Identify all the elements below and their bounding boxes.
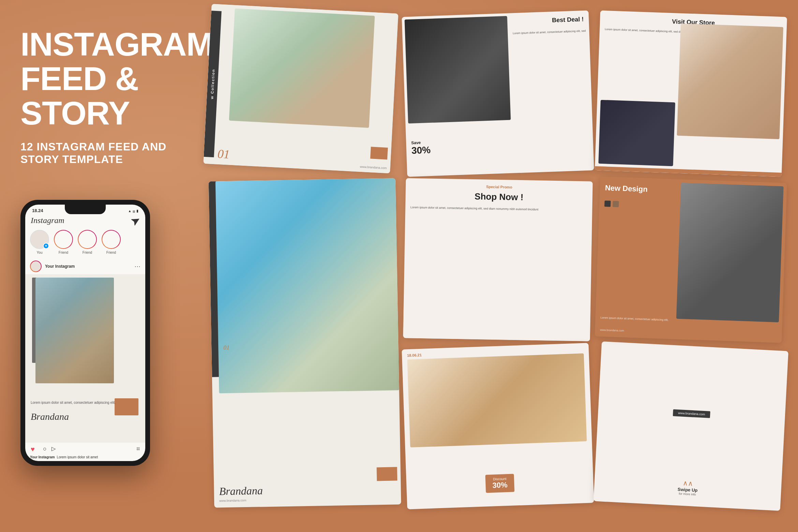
template-card-5: Special Promo Shop Now ! Lorem ipsum dol… <box>403 178 593 342</box>
card-1-number: 01 <box>217 147 230 162</box>
card-9-photo <box>676 183 784 322</box>
stories-row: + You Friend Friend Friend <box>25 228 145 258</box>
card-5-wave <box>403 274 591 341</box>
card-3-photo-main <box>677 24 783 139</box>
card-10-inner: 18.08.21 Brandana Collection <box>597 509 784 515</box>
story-circle-friend-1[interactable] <box>54 230 73 249</box>
status-right <box>128 208 138 213</box>
card-1-bottom: 01 www.brandana.com <box>203 143 391 174</box>
card-5-special: Special Promo <box>486 185 512 189</box>
card-1-photo <box>229 9 375 128</box>
phone-mockup: 18.24 Instagram + <box>20 200 150 466</box>
phone-container: 18.24 Instagram + <box>20 200 171 466</box>
template-card-8: 18.08.21 Brandana Collection <box>211 511 398 514</box>
card-2-save-pct: 30% <box>411 145 431 156</box>
card-2-inner: Best Deal ! Lorem ipsum dolor sit amet, … <box>402 11 594 177</box>
card-5-lorem: Lorem ipsum dolor sit amet, consectetuer… <box>411 206 587 213</box>
card-6-photo <box>407 353 587 447</box>
template-card-10: 18.08.21 Brandana Collection <box>597 509 784 515</box>
card-6-discount-pct: 30% <box>492 481 508 490</box>
card-5-inner: Special Promo Shop Now ! Lorem ipsum dol… <box>403 178 593 342</box>
post-caption-row: Your Instagram Lorem ipsum dolor sit ame… <box>25 455 145 461</box>
card-4-number: 01 <box>223 344 230 352</box>
phone-screen: 18.24 Instagram + <box>25 205 145 461</box>
phone-post: Lorem ipsum dolor sit amet, consectetuer… <box>25 274 145 443</box>
card-9-title: New Design <box>605 183 648 194</box>
template-card-7: www.brandana.com ∧∧ Swipe Up for more in… <box>593 341 788 511</box>
card-2-photo <box>404 16 511 123</box>
post-user-row: Your Instagram ⋯ <box>25 258 145 274</box>
instagram-logo: Instagram <box>31 216 64 225</box>
template-card-1: w Collection 01 www.brandana.com <box>203 4 398 173</box>
template-card-11: Lorem ipsum dolor sit amet, consectetuer… <box>404 511 591 514</box>
card-2-title: Best Deal ! <box>552 16 584 24</box>
template-card-12: Brandana Our Founder www.brandana.com P … <box>211 517 398 520</box>
comment-icon[interactable] <box>43 445 47 453</box>
card-3-photo-small <box>598 100 676 166</box>
template-card-2: Best Deal ! Lorem ipsum dolor sit amet, … <box>402 11 594 177</box>
template-card-3: Visit Our Store Lorem ipsum dolor sit am… <box>595 11 787 177</box>
card-4-inner: 01 Brandana www.brandana.com <box>209 178 401 508</box>
card-6-date: 18.06.21 <box>407 353 422 357</box>
card-12-inner: Brandana Our Founder www.brandana.com P … <box>211 517 398 520</box>
post-username: Your Instagram <box>45 264 131 269</box>
card-9-lorem: Lorem ipsum dolor sit amet, consectetuer… <box>601 316 675 322</box>
story-friend-1[interactable]: Friend <box>54 230 73 254</box>
card-5-title: Shop Now ! <box>474 191 523 203</box>
add-story-btn[interactable]: + <box>43 243 49 249</box>
card-2-save: Save 30% <box>411 140 431 156</box>
right-panel: w Collection 01 www.brandana.com Best De… <box>201 0 798 532</box>
story-friend-3-label: Friend <box>106 251 116 254</box>
post-avatar <box>30 261 42 272</box>
card-1-vertical-text: w Collection <box>210 69 216 99</box>
story-friend-2[interactable]: Friend <box>78 230 97 254</box>
story-friend-2-label: Friend <box>83 251 92 254</box>
bookmark-icon[interactable] <box>136 445 140 453</box>
card-1-url: www.brandana.com <box>360 165 387 170</box>
card-3-brown-bar <box>595 166 782 177</box>
story-circle-friend-3[interactable] <box>102 230 121 249</box>
card-11-lorem: Lorem ipsum dolor sit amet, consectetuer… <box>410 511 568 514</box>
card-8-inner: 18.08.21 Brandana Collection <box>211 511 398 514</box>
story-circle-friend-2[interactable] <box>78 230 97 249</box>
left-panel: INSTAGRAMFEED & STORY 12 INSTAGRAM FEED … <box>0 0 201 532</box>
caption-username: Your Instagram <box>30 455 55 459</box>
card-6-discount: Discount 30% <box>485 474 515 493</box>
card-11-inner: Lorem ipsum dolor sit amet, consectetuer… <box>404 511 591 514</box>
post-avatar-inner <box>31 261 41 271</box>
post-options-dots[interactable]: ⋯ <box>134 263 141 270</box>
story-you[interactable]: + You <box>30 230 49 254</box>
swatch-med <box>612 201 619 207</box>
card-2-lorem: Lorem ipsum dolor sit amet, consectetuer… <box>511 29 586 35</box>
send-icon[interactable] <box>131 216 141 226</box>
phone-action-icons <box>31 445 56 453</box>
card-7-url-bar: www.brandana.com <box>673 409 710 418</box>
post-photo <box>35 278 114 383</box>
post-lorem-text: Lorem ipsum dolor sit amet, consectetuer… <box>31 400 116 405</box>
phone-action-bar <box>25 443 145 455</box>
template-card-6: 18.06.21 Discount 30% <box>402 343 594 509</box>
card-9-inner: New Design Lorem ipsum dolor sit amet, c… <box>595 177 787 343</box>
card-1-inner: w Collection 01 www.brandana.com <box>203 4 398 173</box>
share-icon[interactable] <box>51 445 56 453</box>
caption-text: Lorem ipsum dolor sit amet <box>57 455 98 459</box>
card-7-swipe-sub: for more info <box>677 492 697 496</box>
phone-post-bg: Lorem ipsum dolor sit amet, consectetuer… <box>25 274 145 443</box>
template-card-4: 01 Brandana www.brandana.com <box>209 178 401 508</box>
card-9-url: www.brandana.com <box>600 328 624 332</box>
post-brown-rect <box>115 398 138 415</box>
swatch-dark <box>604 201 611 207</box>
card-4-photo <box>216 178 399 394</box>
like-icon[interactable] <box>31 445 38 452</box>
story-you-label: You <box>37 251 43 254</box>
phone-notch <box>65 205 106 214</box>
phone-time: 18.24 <box>32 208 43 213</box>
battery-icon <box>136 208 138 213</box>
subtitle: 12 INSTAGRAM FEED AND STORY TEMPLATE <box>20 141 181 166</box>
card-7-inner: www.brandana.com ∧∧ Swipe Up for more in… <box>593 341 788 511</box>
card-9-swatches <box>604 201 619 207</box>
story-friend-3[interactable]: Friend <box>102 230 121 254</box>
story-circle-you[interactable]: + <box>30 230 49 249</box>
card-4-brand: Brandana <box>219 482 396 498</box>
story-friend-1-label: Friend <box>59 251 68 254</box>
